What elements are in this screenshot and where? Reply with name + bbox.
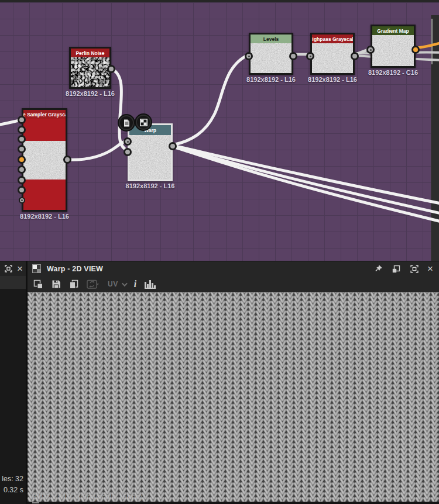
chevron-down-icon bbox=[122, 281, 128, 286]
node-body-top bbox=[23, 119, 66, 141]
warp-parameters-badge[interactable] bbox=[119, 115, 134, 130]
stat-time: 0.32 s bbox=[2, 485, 23, 496]
node-resolution-label: 8192x8192 - L16 bbox=[66, 90, 115, 97]
left-side-panel: × les: 32 0.32 s bbox=[0, 261, 26, 504]
graph-top-border bbox=[0, 0, 439, 2]
wire-warp-to-levels[interactable] bbox=[173, 54, 249, 145]
node-body-bottom bbox=[23, 179, 66, 210]
histogram-icon[interactable] bbox=[145, 279, 156, 289]
output-connector-active[interactable] bbox=[411, 46, 420, 54]
output-connector[interactable] bbox=[107, 65, 115, 73]
horizontal-scrollbar[interactable] bbox=[28, 502, 439, 504]
knit-texture-image bbox=[28, 292, 439, 502]
input-connector[interactable] bbox=[245, 52, 253, 60]
node-warp[interactable]: Warp 8192x8192 - L16 bbox=[128, 123, 173, 181]
2d-view-icon bbox=[32, 264, 41, 273]
output-connector[interactable] bbox=[351, 52, 359, 60]
node-levels[interactable]: Levels 8192x8192 - L16 bbox=[249, 33, 293, 75]
float-window-icon[interactable] bbox=[391, 264, 402, 274]
node-header: Warp bbox=[129, 125, 171, 135]
node-perlin-noise[interactable]: Perlin Noise 8192x8192 - L16 bbox=[69, 47, 111, 89]
node-resolution-label: 8192x8192 - L16 bbox=[20, 213, 69, 220]
stat-tiles: les: 32 bbox=[2, 474, 23, 485]
wire-gradientmap-out-active[interactable] bbox=[416, 42, 439, 48]
wire-warp-out-1[interactable] bbox=[173, 146, 439, 204]
input-connector-1[interactable] bbox=[124, 137, 132, 146]
output-connector[interactable] bbox=[63, 156, 71, 164]
left-panel-stats: les: 32 0.32 s bbox=[2, 474, 23, 496]
2d-view-titlebar[interactable]: Warp - 2D VIEW bbox=[28, 261, 439, 276]
maximize-icon[interactable] bbox=[3, 264, 13, 274]
node-resolution-label: 8192x8192 - C16 bbox=[368, 69, 418, 76]
copy-icon[interactable] bbox=[69, 278, 78, 291]
input-connector-4[interactable] bbox=[18, 145, 26, 153]
node-header: Levels bbox=[251, 34, 291, 43]
wire-warp-out-3[interactable] bbox=[173, 147, 439, 222]
node-resolution-label: 8192x8192 - L16 bbox=[126, 182, 175, 189]
node-header: Gradient Map bbox=[372, 26, 414, 35]
output-connector[interactable] bbox=[289, 52, 297, 60]
node-preview bbox=[129, 135, 171, 179]
input-connector-9[interactable] bbox=[19, 197, 25, 203]
input-connector-2[interactable] bbox=[124, 148, 132, 156]
node-preview bbox=[312, 43, 353, 73]
info-icon[interactable]: i bbox=[134, 278, 136, 291]
app-window: Perlin Noise 8192x8192 - L16 Tile Sample… bbox=[0, 0, 439, 504]
close-icon[interactable]: × bbox=[17, 264, 23, 274]
panel-title: Warp - 2D VIEW bbox=[47, 265, 103, 273]
input-connector[interactable] bbox=[306, 52, 314, 60]
uv-label: UV bbox=[108, 280, 118, 288]
transform-fit-icon-disabled[interactable] bbox=[87, 278, 100, 291]
uv-space-dropdown[interactable]: UV bbox=[108, 278, 126, 291]
scrollbar-thumb[interactable] bbox=[32, 502, 39, 503]
input-connector-3[interactable] bbox=[18, 135, 26, 143]
input-connector-6[interactable] bbox=[18, 165, 26, 174]
node-preview bbox=[372, 35, 414, 66]
input-connector-8[interactable] bbox=[18, 186, 26, 194]
node-title: Gradient Map bbox=[377, 28, 409, 34]
output-connector[interactable] bbox=[169, 142, 177, 150]
2d-texture-viewport[interactable]: 8192 x 8192 (Grayscale 16bpc) bbox=[28, 292, 439, 502]
node-header: Perlin Noise bbox=[71, 49, 109, 57]
left-panel-toolbar bbox=[0, 276, 26, 289]
2d-view-toolbar: UV i bbox=[28, 276, 439, 292]
node-title: Highpass Grayscale bbox=[312, 36, 353, 42]
node-graph-canvas[interactable]: Perlin Noise 8192x8192 - L16 Tile Sample… bbox=[0, 0, 439, 261]
checker-icon bbox=[140, 119, 148, 126]
input-connector[interactable] bbox=[366, 46, 375, 54]
node-highpass-grayscale[interactable]: Highpass Grayscale 8192x8192 - L16 bbox=[310, 33, 355, 75]
node-preview bbox=[251, 43, 291, 73]
node-preview bbox=[23, 141, 66, 179]
node-resolution-label: 8192x8192 - L16 bbox=[246, 76, 296, 83]
node-title: Tile Sampler Grayscale bbox=[23, 112, 66, 118]
wire-warp-out-2[interactable] bbox=[173, 146, 439, 214]
input-connector-5-active[interactable] bbox=[18, 156, 26, 164]
warp-tiling-mode-badge[interactable] bbox=[136, 115, 151, 130]
node-gradient-map[interactable]: Gradient Map 8192x8192 - C16 bbox=[371, 25, 416, 68]
save-icon[interactable] bbox=[52, 278, 61, 291]
node-title: Perlin Noise bbox=[76, 50, 104, 56]
left-panel-titlebar[interactable]: × bbox=[0, 261, 26, 276]
maximize-icon[interactable] bbox=[409, 264, 420, 274]
close-icon[interactable]: × bbox=[427, 264, 433, 274]
input-connector-1[interactable] bbox=[18, 116, 26, 124]
node-title: Levels bbox=[263, 36, 279, 42]
2d-view-panel: Warp - 2D VIEW bbox=[28, 261, 439, 504]
duplicate-view-icon[interactable] bbox=[33, 278, 43, 291]
node-header: Highpass Grayscale bbox=[312, 34, 353, 43]
node-preview bbox=[71, 57, 109, 87]
pin-icon[interactable] bbox=[373, 264, 383, 274]
node-header: Tile Sampler Grayscale bbox=[23, 110, 66, 119]
node-resolution-label: 8192x8192 - L16 bbox=[308, 76, 357, 83]
node-tile-sampler-grayscale[interactable]: Tile Sampler Grayscale 8192x8192 - L16 bbox=[22, 108, 67, 212]
input-connector-2[interactable] bbox=[18, 126, 26, 134]
document-icon bbox=[123, 119, 131, 127]
texture-resolution-overlay: 8192 x 8192 (Grayscale 16bpc) bbox=[32, 492, 142, 501]
wire-tilesampler-to-warp[interactable] bbox=[67, 140, 128, 160]
input-connector-7[interactable] bbox=[18, 176, 26, 184]
